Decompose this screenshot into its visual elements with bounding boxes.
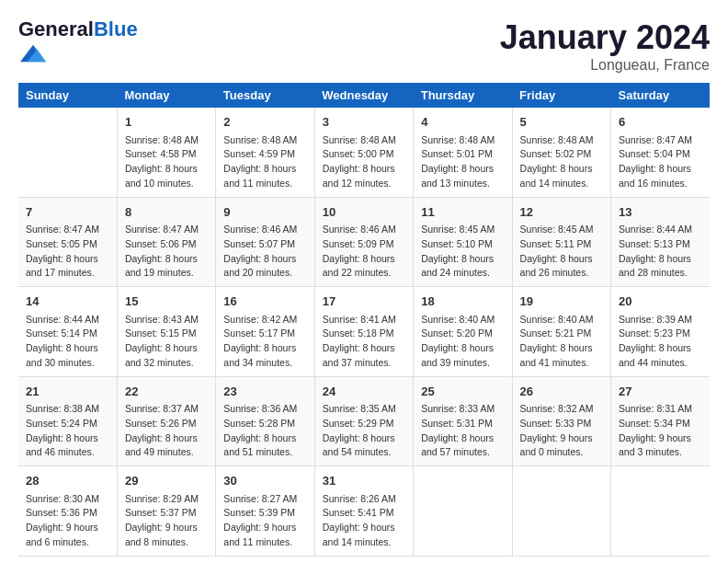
calendar-cell: 14Sunrise: 8:44 AMSunset: 5:14 PMDayligh… — [18, 287, 117, 377]
calendar-cell: 11Sunrise: 8:45 AMSunset: 5:10 PMDayligh… — [414, 197, 512, 287]
day-number: 30 — [223, 472, 306, 490]
day-info: Sunrise: 8:47 AMSunset: 5:06 PMDaylight:… — [125, 223, 208, 281]
calendar-cell: 30Sunrise: 8:27 AMSunset: 5:39 PMDayligh… — [216, 466, 314, 557]
day-info: Sunrise: 8:33 AMSunset: 5:31 PMDaylight:… — [421, 402, 504, 460]
day-info: Sunrise: 8:48 AMSunset: 4:59 PMDaylight:… — [223, 133, 306, 191]
calendar-cell: 17Sunrise: 8:41 AMSunset: 5:18 PMDayligh… — [314, 287, 413, 377]
day-number: 8 — [125, 203, 208, 222]
day-number: 20 — [619, 293, 702, 311]
calendar-cell: 28Sunrise: 8:30 AMSunset: 5:36 PMDayligh… — [18, 466, 117, 557]
day-info: Sunrise: 8:32 AMSunset: 5:33 PMDaylight:… — [520, 402, 603, 460]
day-number: 28 — [26, 472, 109, 490]
calendar-week-row: 14Sunrise: 8:44 AMSunset: 5:14 PMDayligh… — [18, 287, 710, 377]
calendar-cell: 7Sunrise: 8:47 AMSunset: 5:05 PMDaylight… — [18, 197, 117, 287]
day-number: 12 — [520, 203, 603, 222]
calendar-cell: 4Sunrise: 8:48 AMSunset: 5:01 PMDaylight… — [414, 108, 512, 197]
day-number: 16 — [223, 293, 306, 311]
day-number: 23 — [223, 383, 306, 401]
day-number: 18 — [421, 293, 504, 311]
calendar-cell — [18, 108, 117, 197]
calendar-week-row: 7Sunrise: 8:47 AMSunset: 5:05 PMDaylight… — [18, 197, 710, 287]
day-info: Sunrise: 8:35 AMSunset: 5:29 PMDaylight:… — [323, 402, 405, 460]
day-number: 2 — [223, 113, 306, 132]
day-info: Sunrise: 8:29 AMSunset: 5:37 PMDaylight:… — [125, 492, 208, 550]
calendar-cell — [611, 466, 710, 557]
calendar-week-row: 21Sunrise: 8:38 AMSunset: 5:24 PMDayligh… — [18, 376, 710, 466]
month-title: January 2024 — [500, 18, 710, 57]
day-info: Sunrise: 8:46 AMSunset: 5:07 PMDaylight:… — [223, 223, 306, 281]
calendar-cell: 27Sunrise: 8:31 AMSunset: 5:34 PMDayligh… — [611, 376, 710, 466]
day-number: 14 — [26, 293, 109, 311]
day-number: 17 — [323, 293, 405, 311]
day-info: Sunrise: 8:48 AMSunset: 5:02 PMDaylight:… — [520, 133, 603, 191]
calendar-week-row: 1Sunrise: 8:48 AMSunset: 4:58 PMDaylight… — [18, 108, 710, 197]
day-info: Sunrise: 8:48 AMSunset: 5:01 PMDaylight:… — [421, 133, 504, 191]
day-info: Sunrise: 8:48 AMSunset: 4:58 PMDaylight:… — [125, 133, 208, 191]
day-number: 10 — [323, 203, 405, 222]
day-info: Sunrise: 8:48 AMSunset: 5:00 PMDaylight:… — [323, 133, 405, 191]
day-info: Sunrise: 8:30 AMSunset: 5:36 PMDaylight:… — [26, 492, 109, 550]
day-number: 6 — [619, 113, 702, 132]
calendar-cell: 2Sunrise: 8:48 AMSunset: 4:59 PMDaylight… — [216, 108, 314, 197]
day-info: Sunrise: 8:40 AMSunset: 5:21 PMDaylight:… — [520, 313, 603, 371]
calendar-cell: 25Sunrise: 8:33 AMSunset: 5:31 PMDayligh… — [414, 376, 512, 466]
day-number: 19 — [520, 293, 603, 311]
calendar-cell: 5Sunrise: 8:48 AMSunset: 5:02 PMDaylight… — [512, 108, 610, 197]
day-number: 4 — [421, 113, 504, 132]
calendar-cell: 6Sunrise: 8:47 AMSunset: 5:04 PMDaylight… — [611, 108, 710, 197]
calendar-cell: 13Sunrise: 8:44 AMSunset: 5:13 PMDayligh… — [611, 197, 710, 287]
day-info: Sunrise: 8:46 AMSunset: 5:09 PMDaylight:… — [323, 223, 405, 281]
day-number: 21 — [26, 383, 109, 401]
calendar-cell: 18Sunrise: 8:40 AMSunset: 5:20 PMDayligh… — [414, 287, 512, 377]
day-info: Sunrise: 8:36 AMSunset: 5:28 PMDaylight:… — [223, 402, 306, 460]
day-info: Sunrise: 8:39 AMSunset: 5:23 PMDaylight:… — [619, 313, 702, 371]
day-info: Sunrise: 8:41 AMSunset: 5:18 PMDaylight:… — [323, 313, 405, 371]
weekday-header-row: SundayMondayTuesdayWednesdayThursdayFrid… — [18, 83, 710, 108]
day-number: 11 — [421, 203, 504, 222]
calendar-cell — [512, 466, 610, 557]
day-number: 9 — [223, 203, 306, 222]
calendar-cell — [414, 466, 512, 557]
day-info: Sunrise: 8:27 AMSunset: 5:39 PMDaylight:… — [223, 492, 306, 550]
day-info: Sunrise: 8:42 AMSunset: 5:17 PMDaylight:… — [223, 313, 306, 371]
weekday-header-friday: Friday — [512, 83, 610, 108]
day-info: Sunrise: 8:44 AMSunset: 5:14 PMDaylight:… — [26, 313, 109, 371]
calendar-cell: 22Sunrise: 8:37 AMSunset: 5:26 PMDayligh… — [117, 376, 215, 466]
calendar-cell: 10Sunrise: 8:46 AMSunset: 5:09 PMDayligh… — [314, 197, 413, 287]
calendar-week-row: 28Sunrise: 8:30 AMSunset: 5:36 PMDayligh… — [18, 466, 710, 557]
calendar-cell: 26Sunrise: 8:32 AMSunset: 5:33 PMDayligh… — [512, 376, 610, 466]
day-info: Sunrise: 8:47 AMSunset: 5:04 PMDaylight:… — [619, 133, 702, 191]
calendar-cell: 24Sunrise: 8:35 AMSunset: 5:29 PMDayligh… — [314, 376, 413, 466]
logo-general: General — [18, 17, 94, 40]
day-info: Sunrise: 8:40 AMSunset: 5:20 PMDaylight:… — [421, 313, 504, 371]
day-number: 15 — [125, 293, 208, 311]
calendar-cell: 19Sunrise: 8:40 AMSunset: 5:21 PMDayligh… — [512, 287, 610, 377]
logo-blue: Blue — [94, 17, 138, 40]
title-block: January 2024 Longueau, France — [500, 18, 710, 74]
calendar-cell: 9Sunrise: 8:46 AMSunset: 5:07 PMDaylight… — [216, 197, 314, 287]
calendar-cell: 15Sunrise: 8:43 AMSunset: 5:15 PMDayligh… — [117, 287, 215, 377]
logo: GeneralBlue — [18, 18, 138, 70]
calendar-cell: 16Sunrise: 8:42 AMSunset: 5:17 PMDayligh… — [216, 287, 314, 377]
day-info: Sunrise: 8:38 AMSunset: 5:24 PMDaylight:… — [26, 402, 109, 460]
logo-icon — [20, 40, 46, 66]
calendar-cell: 29Sunrise: 8:29 AMSunset: 5:37 PMDayligh… — [117, 466, 215, 557]
calendar-cell: 21Sunrise: 8:38 AMSunset: 5:24 PMDayligh… — [18, 376, 117, 466]
weekday-header-sunday: Sunday — [18, 83, 117, 108]
page-header: GeneralBlue January 2024 Longueau, Franc… — [18, 18, 710, 74]
calendar-cell: 12Sunrise: 8:45 AMSunset: 5:11 PMDayligh… — [512, 197, 610, 287]
calendar-cell: 20Sunrise: 8:39 AMSunset: 5:23 PMDayligh… — [611, 287, 710, 377]
day-info: Sunrise: 8:26 AMSunset: 5:41 PMDaylight:… — [323, 492, 405, 550]
day-info: Sunrise: 8:45 AMSunset: 5:10 PMDaylight:… — [421, 223, 504, 281]
calendar-cell: 23Sunrise: 8:36 AMSunset: 5:28 PMDayligh… — [216, 376, 314, 466]
calendar-cell: 1Sunrise: 8:48 AMSunset: 4:58 PMDaylight… — [117, 108, 215, 197]
day-number: 29 — [125, 472, 208, 490]
day-number: 5 — [520, 113, 603, 132]
day-number: 25 — [421, 383, 504, 401]
calendar-table: SundayMondayTuesdayWednesdayThursdayFrid… — [18, 83, 710, 557]
day-info: Sunrise: 8:31 AMSunset: 5:34 PMDaylight:… — [619, 402, 702, 460]
day-info: Sunrise: 8:37 AMSunset: 5:26 PMDaylight:… — [125, 402, 208, 460]
day-number: 24 — [323, 383, 405, 401]
calendar-cell: 31Sunrise: 8:26 AMSunset: 5:41 PMDayligh… — [314, 466, 413, 557]
day-info: Sunrise: 8:44 AMSunset: 5:13 PMDaylight:… — [619, 223, 702, 281]
